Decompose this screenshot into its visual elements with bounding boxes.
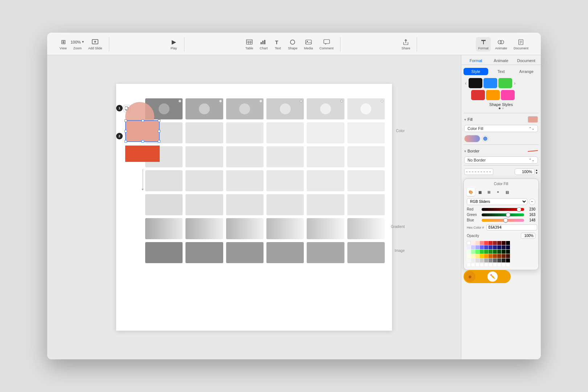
gradient-pill[interactable] [464,135,480,142]
play-button[interactable]: ▶ Play [168,37,180,52]
swatches-next[interactable]: › [513,79,516,87]
swatch-mini[interactable] [475,245,479,249]
swatch-mini[interactable] [480,254,484,258]
swatch-mini[interactable] [506,241,510,245]
view-button[interactable]: ⊞ View [57,37,69,52]
swatch-mini[interactable] [489,254,493,258]
swatch-mini[interactable] [475,250,479,254]
handle-tl[interactable] [124,119,127,122]
swatch-mini[interactable] [484,250,488,254]
swatch-mini[interactable] [467,250,471,254]
swatch-mini[interactable] [467,254,471,258]
swatch-mini[interactable] [480,245,484,249]
mode-wheel[interactable]: 🎨 [467,188,475,196]
handle-tr[interactable] [158,119,160,122]
swatch-mini[interactable] [493,254,497,258]
swatch-mini[interactable] [493,241,497,245]
swatch-mini[interactable] [497,241,501,245]
swatch-mini[interactable] [497,263,501,267]
zoom-button[interactable]: 100% ▼ Zoom [71,37,84,52]
fill-section-header[interactable]: ▾ Fill [461,115,541,124]
swatch-red[interactable] [471,90,485,100]
swatch-mini[interactable] [506,245,510,249]
border-type-dropdown[interactable]: No Border ⌃⌄ [464,156,538,164]
swatch-mini[interactable] [502,254,506,258]
swatch-mini[interactable] [497,258,501,262]
fill-type-dropdown[interactable]: Color Fill ⌃⌄ [464,125,538,132]
swatch-mini[interactable] [493,263,497,267]
swatch-mini[interactable] [489,250,493,254]
swatch-mini[interactable] [471,245,475,249]
swatch-mini[interactable] [493,250,497,254]
style-tab[interactable]: Style [464,68,488,75]
swatch-mini[interactable] [467,258,471,262]
handle-ml[interactable] [124,130,127,132]
swatch-mini[interactable] [489,241,493,245]
handle-tm[interactable] [142,119,144,122]
swatch-pink[interactable] [501,90,515,100]
format-tab[interactable]: Format [464,57,488,65]
swatch-green[interactable] [498,78,512,88]
media-button[interactable]: Media [302,37,315,52]
swatch-mini[interactable] [475,241,479,245]
swatch-mini[interactable] [497,250,501,254]
swatch-mini[interactable] [475,258,479,262]
swatch-mini[interactable] [506,263,510,267]
opacity-input[interactable] [521,233,535,239]
fill-color-preview[interactable] [528,116,538,123]
shape-rect-red[interactable] [125,146,160,162]
swatch-mini[interactable] [506,258,510,262]
table-button[interactable]: Table [243,37,256,52]
swatch-mini[interactable] [480,250,484,254]
swatch-mini[interactable] [497,254,501,258]
swatch-mini[interactable] [489,245,493,249]
opacity-stepper[interactable]: ▲ ▼ [535,169,538,175]
swatch-mini[interactable] [475,254,479,258]
swatch-mini[interactable] [484,263,488,267]
swatch-mini[interactable] [484,245,488,249]
rgb-mode-select[interactable]: RGB Sliders [467,198,527,205]
swatch-mini[interactable] [493,258,497,262]
swatch-mini[interactable] [467,263,471,267]
swatch-mini[interactable] [480,263,484,267]
share-button[interactable]: Share [399,37,412,52]
handle-bl[interactable] [124,140,127,143]
swatch-mini[interactable] [471,241,475,245]
shape-rect-selected[interactable] [125,120,160,142]
green-slider-track[interactable] [482,213,524,216]
swatch-mini[interactable] [471,250,475,254]
comment-button[interactable]: Comment [317,37,336,52]
swatch-mini[interactable] [497,245,501,249]
blue-slider-track[interactable] [482,219,524,222]
handle-bm[interactable] [142,140,144,143]
swatch-mini[interactable] [480,241,484,245]
swatch-mini[interactable] [502,245,506,249]
mode-grid[interactable]: ⊞ [485,188,493,196]
swatch-mini[interactable] [475,263,479,267]
red-slider-track[interactable] [482,208,524,211]
mode-list[interactable]: ≡ [494,188,502,196]
swatch-mini[interactable] [471,258,475,262]
swatch-mini[interactable] [471,263,475,267]
text-button[interactable]: T Text [272,37,283,52]
swatch-mini[interactable] [502,263,506,267]
swatch-mini[interactable] [506,254,510,258]
swatches-prev[interactable]: ‹ [464,79,467,87]
gradient-dot[interactable] [482,136,488,142]
swatch-orange[interactable] [486,90,500,100]
swatch-mini[interactable] [493,245,497,249]
text-tab[interactable]: Text [489,68,514,75]
swatch-mini[interactable] [467,241,471,245]
swatch-mini[interactable] [484,254,488,258]
mode-sliders[interactable]: ▦ [476,188,484,196]
border-section-header[interactable]: ▾ Border [461,146,541,156]
eyedropper-toggle[interactable]: ● ✏️ [464,270,511,283]
chart-button[interactable]: Chart [257,37,270,52]
swatch-mini[interactable] [502,241,506,245]
document-button[interactable]: Document [511,37,531,52]
swatch-mini[interactable] [484,241,488,245]
animate-tab[interactable]: Animate [489,57,513,65]
document-tab[interactable]: Document [514,57,539,65]
swatch-mini[interactable] [467,245,471,249]
shape-button[interactable]: Shape [286,37,299,52]
